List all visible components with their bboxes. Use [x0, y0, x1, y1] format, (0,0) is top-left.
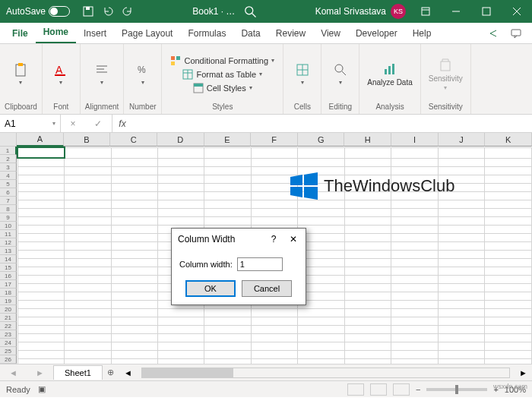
cell[interactable] [251, 216, 297, 225]
cell[interactable] [157, 191, 204, 200]
cell[interactable] [438, 258, 484, 267]
cell[interactable] [204, 317, 251, 325]
cell[interactable] [17, 300, 65, 308]
cell[interactable] [298, 333, 344, 342]
editing-button[interactable]: ▾ [330, 61, 351, 87]
cell[interactable] [111, 292, 157, 300]
view-layout-icon[interactable] [370, 383, 387, 396]
cell[interactable] [391, 358, 438, 364]
cell[interactable] [17, 283, 65, 292]
cell[interactable] [344, 325, 391, 333]
cell[interactable] [438, 250, 484, 258]
font-button[interactable]: A▾ [50, 61, 71, 87]
cell[interactable] [204, 308, 251, 317]
cell[interactable] [485, 183, 532, 191]
alignment-button[interactable]: ▾ [91, 61, 112, 87]
cell[interactable] [251, 333, 297, 342]
cell[interactable] [111, 350, 157, 358]
cell[interactable] [298, 147, 344, 158]
cell[interactable] [438, 216, 484, 225]
cell[interactable] [111, 267, 157, 275]
cell[interactable] [111, 325, 157, 333]
cell[interactable] [298, 308, 344, 317]
cell[interactable] [111, 225, 157, 233]
cell[interactable] [204, 325, 251, 333]
cell[interactable] [438, 147, 484, 158]
cell[interactable] [298, 317, 344, 325]
cell[interactable] [204, 147, 251, 158]
cell[interactable] [65, 283, 112, 292]
cell[interactable] [17, 241, 65, 250]
autosave-toggle[interactable]: AutoSave [0, 6, 76, 17]
tab-home[interactable]: Home [36, 22, 76, 43]
cell-styles-button[interactable]: Cell Styles▾ [192, 82, 254, 94]
add-sheet-icon[interactable]: ⊕ [103, 368, 119, 377]
cell[interactable] [204, 358, 251, 364]
cell[interactable] [251, 308, 297, 317]
cell[interactable] [111, 308, 157, 317]
row-header-19[interactable]: 19 [0, 297, 17, 305]
cell[interactable] [111, 258, 157, 267]
row-header-9[interactable]: 9 [0, 213, 17, 222]
cell[interactable] [17, 292, 65, 300]
cell[interactable] [157, 342, 204, 350]
column-header-C[interactable]: C [110, 133, 157, 147]
cell[interactable] [391, 208, 438, 216]
close-icon[interactable] [502, 0, 532, 23]
column-header-H[interactable]: H [344, 133, 391, 147]
cell[interactable] [344, 300, 391, 308]
cell[interactable] [157, 200, 204, 208]
cell[interactable] [438, 292, 484, 300]
sheet-next-icon[interactable]: ► [36, 368, 44, 377]
cell[interactable] [65, 225, 112, 233]
cell[interactable] [438, 158, 484, 166]
clipboard-button[interactable]: ▾ [10, 61, 31, 87]
cell[interactable] [65, 333, 112, 342]
cell[interactable] [111, 183, 157, 191]
cell[interactable] [485, 166, 532, 175]
conditional-formatting-button[interactable]: Conditional Formatting▾ [169, 55, 276, 67]
cell[interactable] [438, 208, 484, 216]
cell[interactable] [17, 166, 65, 175]
cell[interactable] [204, 333, 251, 342]
enter-formula-icon[interactable]: ✓ [94, 118, 102, 129]
cell[interactable] [111, 191, 157, 200]
cell[interactable] [438, 325, 484, 333]
cell[interactable] [17, 225, 65, 233]
zoom-out-icon[interactable]: − [416, 385, 420, 394]
cell[interactable] [111, 283, 157, 292]
cell[interactable] [251, 325, 297, 333]
fx-icon[interactable]: fx [112, 115, 132, 132]
cell[interactable] [391, 325, 438, 333]
column-header-I[interactable]: I [391, 133, 439, 147]
cell[interactable] [438, 342, 484, 350]
column-header-F[interactable]: F [251, 133, 298, 147]
cell[interactable] [391, 283, 438, 292]
cell[interactable] [17, 216, 65, 225]
view-normal-icon[interactable] [347, 383, 364, 396]
cell[interactable] [485, 175, 532, 183]
cell[interactable] [65, 158, 112, 166]
cell[interactable] [157, 166, 204, 175]
cell[interactable] [391, 241, 438, 250]
column-header-D[interactable]: D [157, 133, 204, 147]
horizontal-scrollbar[interactable] [141, 368, 510, 378]
tab-page-layout[interactable]: Page Layout [114, 24, 180, 43]
tab-file[interactable]: File [5, 24, 36, 43]
cell[interactable] [391, 317, 438, 325]
tab-insert[interactable]: Insert [76, 24, 114, 43]
toggle-off-icon[interactable] [49, 6, 70, 17]
row-header-4[interactable]: 4 [0, 172, 17, 180]
cell[interactable] [204, 342, 251, 350]
row-header-13[interactable]: 13 [0, 247, 17, 255]
cell[interactable] [344, 233, 391, 241]
row-header-16[interactable]: 16 [0, 272, 17, 280]
cell[interactable] [344, 308, 391, 317]
cell[interactable] [391, 267, 438, 275]
cell[interactable] [251, 317, 297, 325]
cell[interactable] [157, 208, 204, 216]
sheet-prev-icon[interactable]: ◄ [9, 368, 17, 377]
cell[interactable] [204, 158, 251, 166]
cell[interactable] [17, 258, 65, 267]
row-header-18[interactable]: 18 [0, 289, 17, 297]
